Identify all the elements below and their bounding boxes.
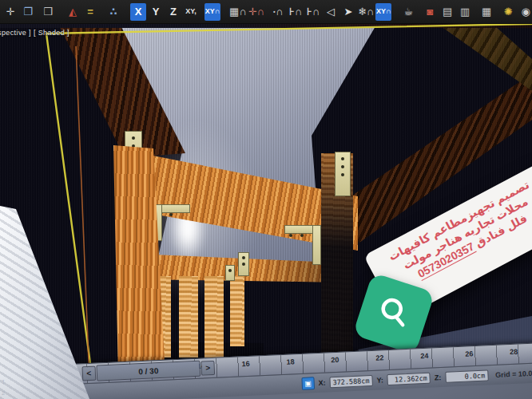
metal-bracket: [335, 152, 351, 196]
toolbar-underedge: [0, 24, 532, 28]
z-coord-label: Z:: [435, 373, 442, 381]
wood-slat: [230, 276, 244, 346]
ruler-tick-label: 16: [241, 360, 249, 368]
snap-pivot-icon[interactable]: ✛∩: [248, 3, 264, 21]
axis-constraint-x-icon[interactable]: X: [130, 3, 146, 21]
select-by-name-icon[interactable]: ❒: [40, 3, 56, 21]
floor-shadow: [0, 0, 532, 399]
wood-slat: [204, 276, 224, 358]
snap-frozen-icon[interactable]: ❄∩: [358, 3, 374, 21]
ruler-tick-label: 18: [286, 358, 294, 365]
wood-post-right-shadow: [0, 0, 532, 399]
ruler-tick-label: 24: [420, 352, 428, 360]
axis-constraint-z-icon[interactable]: Z: [165, 3, 181, 21]
floor-highlight-right: [0, 0, 532, 399]
wood-slat: [153, 276, 171, 358]
metal-bracket: [125, 131, 142, 174]
metal-bracket-small: [225, 265, 235, 281]
grid-size-readout: Grid = 10.0cm: [495, 369, 532, 379]
next-frame-button[interactable]: >: [200, 361, 215, 376]
ruler-tick-label: 28: [510, 348, 518, 356]
wood-rail: [0, 0, 532, 399]
select-and-move-icon[interactable]: ✛: [2, 3, 18, 21]
light-icon[interactable]: ✺: [500, 3, 516, 21]
wood-slat: [179, 276, 198, 358]
metal-corner-bracket: [153, 204, 162, 241]
screen-glare-bright: [162, 177, 213, 277]
track-number: 1: [2, 378, 5, 385]
snap-grid-icon[interactable]: ▦∩: [229, 3, 247, 21]
metal-corner-bracket: [312, 225, 321, 265]
photo-vignette: [0, 0, 532, 399]
screen-photo: spective ] [ Shaded ] تصميم تجهيزمطاعم ك…: [0, 0, 532, 399]
z-coord-field[interactable]: 0.0cm: [445, 369, 489, 382]
y-coord-field[interactable]: 12.362cm: [387, 373, 431, 385]
mirror-icon[interactable]: ◭: [65, 3, 81, 21]
viewport-border: [0, 0, 532, 399]
snap-plane-xy-icon[interactable]: XY∩: [204, 3, 220, 21]
time-slider[interactable]: 0 / 30: [96, 361, 200, 381]
main-toolbar: ✛❐❒◭=∴XYZXY,XY∩▦∩✛∩∙∩⊦∩⊦∩◁➤❄∩XY∩☕◙▤▥▦✺◉☾…: [0, 0, 532, 24]
wood-post-left: [0, 0, 532, 399]
wood-rail-shadow: [0, 0, 532, 399]
selection-sets-icon[interactable]: ∴: [105, 3, 121, 21]
axis-constraint-xy-icon[interactable]: XY,: [183, 3, 199, 21]
align-icon[interactable]: =: [82, 3, 98, 21]
ruler-tick-label: 26: [465, 350, 473, 358]
select-object-icon[interactable]: ❐: [20, 3, 36, 21]
schematic-view-icon[interactable]: ▦: [478, 3, 494, 21]
toolbar-icons: ✛❐❒◭=∴XYZXY,XY∩▦∩✛∩∙∩⊦∩⊦∩◁➤❄∩XY∩☕◙▤▥▦✺◉☾…: [2, 3, 532, 21]
y-coord-label: Y:: [376, 376, 383, 384]
wood-beam-top: [0, 0, 532, 399]
x-coord-field[interactable]: 372.588cm: [329, 375, 373, 388]
dark-wood-rafter-corner: [0, 0, 532, 399]
snap-endpoint-icon[interactable]: ⊦∩: [288, 3, 304, 21]
scene-spline-line: [76, 46, 89, 381]
dark-wood-rafter-right: [0, 0, 532, 399]
render-setup-icon[interactable]: ▤: [439, 3, 455, 21]
search-icon: [371, 290, 417, 337]
x-coord-label: X:: [318, 379, 325, 387]
camera-icon[interactable]: ◉: [518, 3, 532, 21]
wood-post-right: [0, 0, 532, 399]
transform-typein-toggle[interactable]: ▣: [301, 377, 315, 390]
material-editor-icon[interactable]: ◙: [422, 3, 438, 21]
snap-angle-xy-icon[interactable]: XY∩: [375, 3, 391, 21]
curve-editor-icon[interactable]: ▥: [457, 3, 473, 21]
axis-constraint-y-icon[interactable]: Y: [148, 3, 164, 21]
dark-wood-rafter-left: [0, 0, 532, 399]
snap-midpoint-icon[interactable]: ⊦∩: [305, 3, 321, 21]
render-production-teapot-icon[interactable]: ☕: [400, 3, 416, 21]
snap-vertex-icon[interactable]: ∙∩: [270, 3, 286, 21]
screen-moire: [0, 0, 532, 399]
snap-face-icon[interactable]: ◁: [323, 3, 339, 21]
metal-bracket-small: [238, 252, 249, 276]
ceiling-panel: [0, 0, 532, 399]
snap-normal-icon[interactable]: ➤: [340, 3, 356, 21]
track-number: 2: [2, 389, 5, 397]
ruler-tick-label: 22: [375, 354, 383, 361]
prev-frame-button[interactable]: <: [81, 366, 96, 381]
ruler-tick-label: 20: [331, 356, 339, 364]
viewport-label[interactable]: spective ] [ Shaded ]: [0, 29, 69, 37]
floor-band-right: [0, 0, 532, 399]
